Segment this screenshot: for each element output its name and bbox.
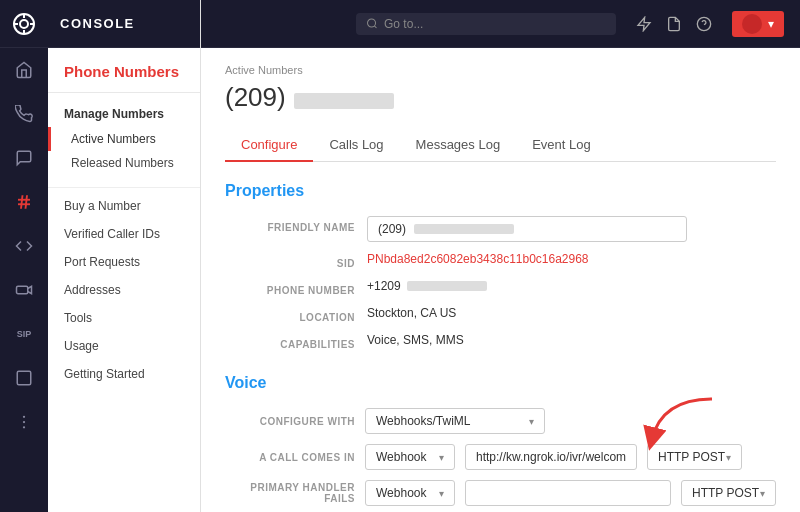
- nav-phone[interactable]: [0, 92, 48, 136]
- friendly-name-input[interactable]: (209): [367, 216, 687, 242]
- topbar: ▾: [201, 0, 800, 48]
- prop-row-friendly-name: FRIENDLY NAME (209): [225, 216, 776, 242]
- chevron-down-icon-2: ▾: [439, 452, 444, 463]
- sidebar-divider-1: [48, 187, 200, 188]
- nav-rail: SIP: [0, 0, 48, 512]
- prop-row-sid: SID PNbda8ed2c6082eb3438c11b0c16a2968: [225, 252, 776, 269]
- manage-numbers-label[interactable]: Manage Numbers: [48, 101, 200, 127]
- sidebar-tools[interactable]: Tools: [48, 304, 200, 332]
- alert-icon[interactable]: [636, 16, 652, 32]
- tab-configure[interactable]: Configure: [225, 129, 313, 162]
- primary-method-select[interactable]: HTTP POST ▾: [681, 480, 776, 506]
- prop-row-location: LOCATION Stockton, CA US: [225, 306, 776, 323]
- primary-handler-row: PRIMARY HANDLER FAILS Webhook ▾ HTTP POS…: [225, 480, 776, 506]
- nav-video[interactable]: [0, 268, 48, 312]
- prop-row-capabilities: CAPABILITIES Voice, SMS, MMS: [225, 333, 776, 350]
- help-icon[interactable]: [696, 16, 712, 32]
- svg-point-14: [23, 426, 25, 428]
- prop-label-capabilities: CAPABILITIES: [225, 333, 355, 350]
- sidebar-port-requests[interactable]: Port Requests: [48, 248, 200, 276]
- primary-url-input[interactable]: [465, 480, 671, 506]
- document-icon[interactable]: [666, 16, 682, 32]
- call-comes-in-row: A CALL COMES IN Webhook ▾: [225, 444, 776, 470]
- sidebar-usage[interactable]: Usage: [48, 332, 200, 360]
- svg-line-9: [26, 195, 28, 209]
- tab-messages-log[interactable]: Messages Log: [400, 129, 517, 162]
- svg-point-15: [368, 19, 376, 27]
- tabs: Configure Calls Log Messages Log Event L…: [225, 129, 776, 162]
- configure-with-row: CONFIGURE WITH Webhooks/TwiML ▾: [225, 408, 776, 434]
- sidebar-header: Phone Numbers: [48, 48, 200, 93]
- svg-rect-11: [17, 371, 31, 385]
- phone-number-masked-2: [407, 281, 487, 291]
- sidebar: CONSOLE Phone Numbers Manage Numbers Act…: [48, 0, 201, 512]
- manage-numbers-section: Manage Numbers Active Numbers Released N…: [48, 93, 200, 183]
- nav-code[interactable]: [0, 224, 48, 268]
- tab-event-log[interactable]: Event Log: [516, 129, 607, 162]
- released-numbers-item[interactable]: Released Numbers: [48, 151, 200, 175]
- voice-section-title: Voice: [225, 374, 776, 392]
- nav-box[interactable]: [0, 356, 48, 400]
- active-numbers-item[interactable]: Active Numbers: [48, 127, 200, 151]
- primary-handler-label: PRIMARY HANDLER FAILS: [225, 482, 355, 504]
- phone-number-value: +1209: [367, 279, 776, 293]
- nav-home[interactable]: [0, 48, 48, 92]
- svg-point-12: [23, 416, 25, 418]
- phone-number-masked: [294, 93, 394, 109]
- chevron-down-icon: ▾: [529, 416, 534, 427]
- prop-label-friendly-name: FRIENDLY NAME: [225, 216, 355, 233]
- svg-line-8: [21, 195, 23, 209]
- call-url-input[interactable]: [465, 444, 637, 470]
- topbar-title: CONSOLE: [60, 16, 135, 31]
- prop-label-phone-number: PHONE NUMBER: [225, 279, 355, 296]
- chevron-down-icon-5: ▾: [760, 488, 765, 499]
- sidebar-buy-number[interactable]: Buy a Number: [48, 192, 200, 220]
- friendly-name-masked: [414, 224, 514, 234]
- phone-number-title: (209): [225, 82, 776, 113]
- topbar-user-menu[interactable]: ▾: [732, 11, 784, 37]
- nav-more[interactable]: [0, 400, 48, 444]
- avatar: [742, 14, 762, 34]
- svg-rect-10: [17, 286, 28, 294]
- primary-type-select[interactable]: Webhook ▾: [365, 480, 455, 506]
- svg-point-1: [20, 20, 28, 28]
- call-comes-in-label: A CALL COMES IN: [225, 452, 355, 463]
- search-input[interactable]: [384, 17, 606, 31]
- capabilities-value: Voice, SMS, MMS: [367, 333, 776, 347]
- sid-value: PNbda8ed2c6082eb3438c11b0c16a2968: [367, 252, 776, 266]
- app-logo[interactable]: [0, 0, 48, 48]
- svg-line-16: [374, 26, 376, 28]
- breadcrumb: Active Numbers: [225, 64, 776, 76]
- search-bar[interactable]: [356, 13, 616, 35]
- location-value: Stockton, CA US: [367, 306, 776, 320]
- call-method-select[interactable]: HTTP POST ▾: [647, 444, 742, 470]
- url-container: [465, 444, 637, 470]
- call-type-select[interactable]: Webhook ▾: [365, 444, 455, 470]
- properties-table: FRIENDLY NAME (209) SID PNbda8ed2c6082eb…: [225, 216, 776, 350]
- prop-label-sid: SID: [225, 252, 355, 269]
- configure-with-select[interactable]: Webhooks/TwiML ▾: [365, 408, 545, 434]
- configure-with-label: CONFIGURE WITH: [225, 416, 355, 427]
- topbar-icons: [636, 16, 712, 32]
- chevron-down-icon-4: ▾: [439, 488, 444, 499]
- nav-hash[interactable]: [0, 180, 48, 224]
- svg-point-13: [23, 421, 25, 423]
- sidebar-getting-started[interactable]: Getting Started: [48, 360, 200, 388]
- nav-sip[interactable]: SIP: [0, 312, 48, 356]
- svg-marker-17: [638, 17, 650, 30]
- chevron-down-icon-3: ▾: [726, 452, 731, 463]
- voice-section: Voice CONFIGURE WITH Webhooks/TwiML ▾ A …: [225, 374, 776, 512]
- prop-row-phone-number: PHONE NUMBER +1209: [225, 279, 776, 296]
- search-icon: [366, 17, 378, 30]
- prop-label-location: LOCATION: [225, 306, 355, 323]
- main-content: ▾ Active Numbers (209) Configure Calls L…: [201, 0, 800, 512]
- tab-calls-log[interactable]: Calls Log: [313, 129, 399, 162]
- sidebar-verified-callerids[interactable]: Verified Caller IDs: [48, 220, 200, 248]
- nav-chat[interactable]: [0, 136, 48, 180]
- user-dropdown-arrow: ▾: [768, 17, 774, 31]
- sidebar-addresses[interactable]: Addresses: [48, 276, 200, 304]
- page-content: Active Numbers (209) Configure Calls Log…: [201, 48, 800, 512]
- properties-section-title: Properties: [225, 182, 776, 200]
